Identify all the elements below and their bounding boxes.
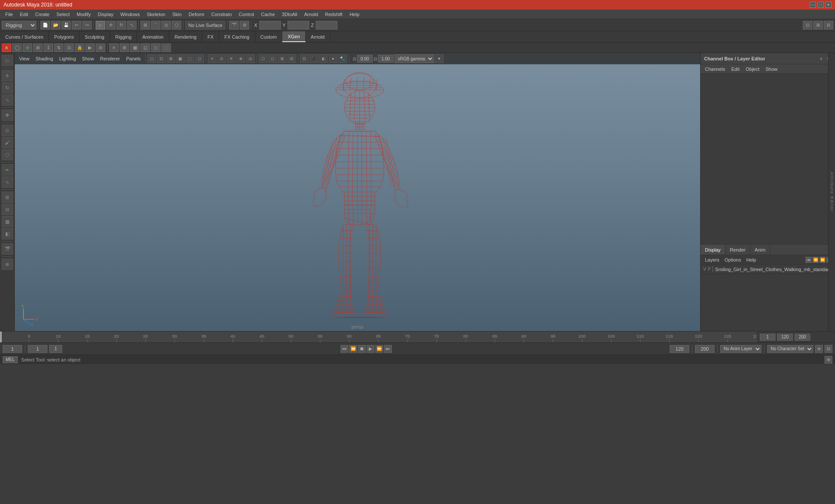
paint-select-sidebar[interactable]: 🖌 [2, 137, 13, 148]
snap-grid-button[interactable]: ⊞ [140, 21, 150, 30]
tab-curves-surfaces[interactable]: Curves / Surfaces [0, 31, 49, 42]
menu-select[interactable]: Select [53, 11, 73, 18]
attribute-editor-tab[interactable]: Attribute Editor [828, 53, 835, 331]
right-icon-3[interactable]: ⊟ [824, 21, 833, 30]
layer-tab-display[interactable]: Display [701, 245, 725, 255]
menu-redshift[interactable]: Redshift [321, 11, 346, 18]
layer-tab-render[interactable]: Render [725, 245, 750, 255]
tb2-btn7[interactable]: ⊡ [64, 43, 74, 52]
mode-dropdown[interactable]: Rigging [2, 21, 37, 30]
tab-animation[interactable]: Animation [137, 31, 169, 42]
cb-tab-object[interactable]: Object [744, 66, 761, 73]
exposure-input[interactable] [357, 55, 373, 63]
vp-btn-14[interactable]: ⊞ [278, 54, 287, 63]
char-set-option[interactable]: ⊟ [825, 345, 832, 353]
tb2-btn1[interactable]: X [2, 43, 11, 52]
z-input[interactable] [316, 21, 337, 30]
anim-layer-select[interactable]: No Anim Layer [720, 345, 762, 353]
layer-item[interactable]: V P Smiling_Girl_in_Street_Clothes_Walki… [701, 265, 835, 274]
tb2-btn14[interactable]: ◱ [140, 43, 150, 52]
timeline-ruler[interactable]: 5 10 15 20 25 30 35 40 45 50 5 [0, 332, 757, 342]
stop-button[interactable]: ⏹ [358, 345, 366, 353]
menu-constrain[interactable]: Constrain [208, 11, 235, 18]
menu-3dtoll[interactable]: 3DtoAll [278, 11, 301, 18]
vp-btn-1[interactable]: ◻ [147, 54, 156, 63]
gamma-select[interactable]: sRGB gamma [394, 54, 434, 63]
vp-btn-11[interactable]: ◎ [246, 54, 255, 63]
vp-menu-panels[interactable]: Panels [124, 55, 144, 62]
vp-btn-19[interactable]: ● [329, 54, 337, 63]
scale-tool-button[interactable]: ⤡ [127, 21, 137, 30]
vp-btn-6[interactable]: ◻ [195, 54, 204, 63]
soft-select-sidebar[interactable]: ⬡ [2, 149, 13, 160]
vp-btn-8[interactable]: ⊙ [217, 54, 226, 63]
select-tool-button[interactable]: ▷ [96, 21, 105, 30]
tab-polygons[interactable]: Polygons [49, 31, 79, 42]
extras-btn-sidebar[interactable]: ⊕ [2, 259, 13, 270]
display-toggle-2-sidebar[interactable]: ⊟ [2, 204, 13, 215]
end-frame-field[interactable]: 120 [670, 345, 689, 353]
vp-btn-18[interactable]: ◐ [319, 54, 328, 63]
layer-nav-prev[interactable]: ⏪ [812, 257, 818, 263]
tb2-btn5[interactable]: ↧ [43, 43, 53, 52]
status-icon-1[interactable]: ⊕ [825, 356, 832, 364]
menu-display[interactable]: Display [94, 11, 117, 18]
vp-menu-shading[interactable]: Shading [33, 55, 56, 62]
cb-tab-show[interactable]: Show [764, 66, 779, 73]
display-toggle-4-sidebar[interactable]: ◧ [2, 228, 13, 239]
move-tool-sidebar[interactable]: ✛ [2, 70, 13, 81]
tb2-btn8[interactable]: 🔒 [75, 43, 84, 52]
tab-xgen[interactable]: XGen [282, 31, 305, 42]
tb2-btn9[interactable]: ▶ [85, 43, 95, 52]
rotate-tool-button[interactable]: ↻ [117, 21, 126, 30]
tab-sculpting[interactable]: Sculpting [80, 31, 110, 42]
current-frame-field[interactable]: 1 [3, 345, 22, 353]
anim-checkbox[interactable] [50, 346, 61, 352]
vp-menu-lighting[interactable]: Lighting [57, 55, 79, 62]
rotate-tool-sidebar[interactable]: ↻ [2, 82, 13, 93]
close-button[interactable]: ✕ [825, 2, 832, 8]
layer-playback[interactable]: P [708, 267, 711, 272]
vp-btn-9[interactable]: ✕ [227, 54, 236, 63]
tb2-btn11[interactable]: ≡ [109, 43, 119, 52]
layer-menu-help[interactable]: Help [745, 257, 758, 262]
tb2-btn16[interactable]: ⬚ [161, 43, 171, 52]
vp-btn-10[interactable]: ⊕ [237, 54, 245, 63]
vp-btn-12[interactable]: ⬡ [259, 54, 267, 63]
layer-tab-anim[interactable]: Anim [750, 245, 770, 255]
layer-menu-options[interactable]: Options [723, 257, 743, 262]
vp-btn-13[interactable]: ◻ [268, 54, 277, 63]
mel-button[interactable]: MEL [3, 356, 18, 363]
tb2-btn2[interactable]: ◯ [12, 43, 22, 52]
move-tool-button[interactable]: ✛ [106, 21, 116, 30]
char-set-btn[interactable]: ⊕ [815, 345, 823, 353]
tab-rendering[interactable]: Rendering [169, 31, 202, 42]
vp-btn-2[interactable]: ⊡ [157, 54, 166, 63]
render-button[interactable]: 🎬 [229, 21, 239, 30]
vp-btn-5[interactable]: ⬚ [186, 54, 194, 63]
vp-menu-renderer[interactable]: Renderer [97, 55, 123, 62]
tab-fx[interactable]: FX [202, 31, 219, 42]
lasso-select-sidebar[interactable]: ⊙ [2, 125, 13, 136]
menu-skeleton[interactable]: Skeleton [143, 11, 169, 18]
menu-cache[interactable]: Cache [257, 11, 278, 18]
display-toggle-3-sidebar[interactable]: ▩ [2, 216, 13, 227]
right-icon-1[interactable]: ⊡ [803, 21, 812, 30]
tab-fx-caching[interactable]: FX Caching [219, 31, 255, 42]
vp-btn-gamma[interactable]: ▼ [435, 54, 444, 63]
vp-btn-20[interactable]: 🔦 [338, 54, 347, 63]
right-icon-2[interactable]: ⊞ [813, 21, 823, 30]
tab-rigging[interactable]: Rigging [110, 31, 137, 42]
layer-menu-layers[interactable]: Layers [703, 257, 721, 262]
tb2-btn3[interactable]: ⊕ [23, 43, 32, 52]
maximize-button[interactable]: □ [818, 2, 824, 8]
show-manipulator-sidebar[interactable]: ✥ [2, 109, 13, 121]
menu-skin[interactable]: Skin [169, 11, 185, 18]
vp-btn-17[interactable]: ⬛ [310, 54, 318, 63]
vp-btn-16[interactable]: ⊡ [300, 54, 309, 63]
step-forward-button[interactable]: ⏩ [375, 345, 383, 353]
new-file-button[interactable]: 📄 [40, 21, 50, 30]
step-back-button[interactable]: ⏪ [349, 345, 357, 353]
tab-custom[interactable]: Custom [255, 31, 283, 42]
goto-start-button[interactable]: ⏮ [341, 345, 348, 353]
